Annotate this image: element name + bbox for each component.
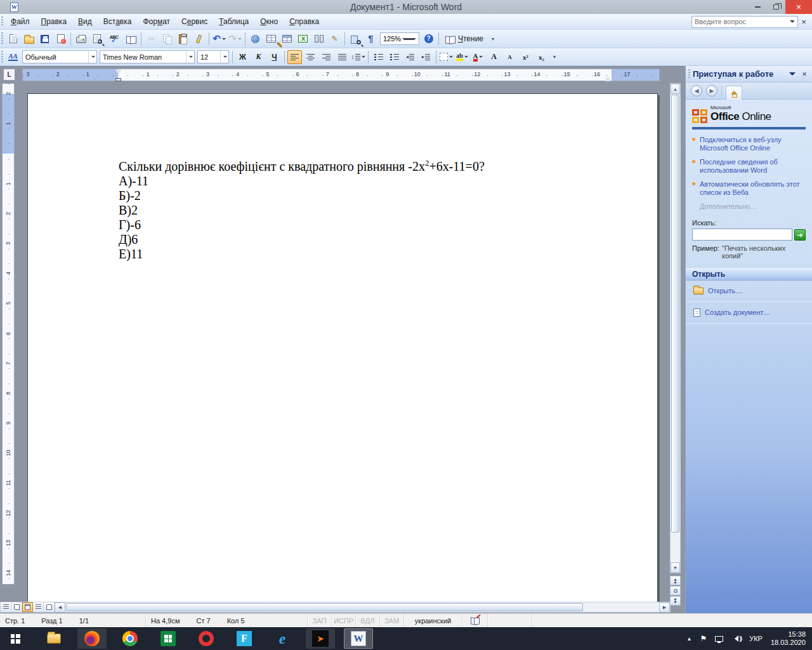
toolbar-grip[interactable] — [1, 51, 3, 63]
show-paragraph-button[interactable]: ¶ — [363, 32, 378, 46]
previous-page-button[interactable]: ▲▲ — [670, 576, 681, 585]
menu-item[interactable]: Таблица — [213, 15, 254, 29]
superscript-button[interactable]: x² — [518, 50, 533, 64]
network-icon[interactable] — [715, 636, 723, 642]
print-preview-button[interactable] — [89, 32, 104, 46]
task-pane-menu-icon[interactable] — [789, 72, 796, 79]
line-spacing-button[interactable]: ↕ — [351, 50, 365, 64]
status-mode[interactable]: ЗАП — [308, 614, 332, 627]
chevron-down-icon[interactable] — [362, 56, 365, 60]
status-language[interactable]: украинский — [404, 614, 462, 627]
action-center-flag-icon[interactable]: ⚑ — [700, 634, 707, 643]
forward-button[interactable]: ▶ — [706, 85, 717, 96]
research-button[interactable] — [124, 32, 138, 46]
scroll-down-button[interactable]: ▼ — [671, 562, 680, 573]
web-layout-button[interactable] — [11, 602, 22, 612]
redo-dropdown-icon[interactable] — [238, 38, 242, 42]
spelling-button[interactable]: ABC✓ — [105, 32, 122, 46]
copy-button[interactable] — [160, 32, 174, 46]
columns-button[interactable] — [311, 32, 326, 46]
drawing-button[interactable]: ✎ — [327, 32, 342, 46]
back-button[interactable]: ◀ — [691, 85, 702, 96]
more-link[interactable]: Дополнительно… — [700, 202, 806, 210]
task-pane-grip[interactable] — [688, 69, 690, 79]
toolbar-options-chevron[interactable]: ▾ — [551, 50, 558, 65]
subscript-button[interactable]: x₂ — [534, 50, 549, 64]
task-pane-close-icon[interactable]: × — [799, 70, 809, 79]
language-indicator[interactable]: УКР — [749, 635, 763, 642]
paste-button[interactable] — [176, 32, 190, 46]
underline-button[interactable]: Ч — [267, 50, 282, 64]
create-document-link[interactable]: Создать документ… — [705, 308, 771, 317]
menu-item[interactable]: Сервис — [176, 15, 213, 29]
numbered-list-button[interactable] — [371, 50, 386, 64]
open-section-header[interactable]: Открыть — [686, 267, 812, 281]
insert-excel-button[interactable] — [296, 32, 310, 46]
zoom-combo[interactable]: 125% — [380, 32, 419, 45]
left-indent-marker[interactable] — [115, 78, 121, 81]
menu-item[interactable]: Формат — [137, 15, 176, 29]
cut-button[interactable]: ✂ — [144, 32, 159, 46]
menu-item[interactable]: Справка — [284, 15, 325, 29]
taskbar-internet-explorer[interactable]: e — [268, 628, 297, 649]
status-mode[interactable]: ИСПР — [332, 614, 356, 627]
font-color-button[interactable]: А — [471, 50, 485, 64]
scroll-up-button[interactable]: ▲ — [671, 84, 680, 94]
chevron-down-icon[interactable] — [464, 56, 468, 60]
search-input[interactable] — [692, 229, 792, 241]
align-right-button[interactable] — [319, 50, 334, 64]
menu-item[interactable]: Окно — [254, 15, 284, 29]
menubar-grip[interactable] — [1, 17, 3, 27]
styles-pane-button[interactable]: АА — [6, 50, 20, 64]
right-indent-marker[interactable] — [605, 74, 611, 81]
status-mode[interactable]: ЗАМ — [380, 614, 404, 627]
scroll-left-button[interactable]: ◀ — [55, 602, 65, 613]
read-mode-button[interactable]: Чтение — [442, 32, 487, 46]
font-size-combo[interactable]: 12 — [197, 50, 229, 63]
word-app-icon[interactable] — [10, 3, 18, 12]
open-row[interactable]: Открыть… — [686, 281, 812, 302]
help-button[interactable]: ? — [421, 32, 436, 46]
chevron-down-icon[interactable] — [88, 51, 96, 63]
decrease-indent-button[interactable]: ◂ — [403, 50, 417, 64]
outline-view-button[interactable] — [33, 602, 44, 612]
highlight-button[interactable]: ab — [455, 50, 469, 64]
ask-question-input[interactable] — [692, 18, 790, 25]
undo-button[interactable]: ↶ — [212, 32, 226, 46]
volume-icon[interactable]: ))) — [731, 635, 741, 642]
select-browse-object-button[interactable] — [670, 586, 681, 595]
task-pane-link[interactable]: Подключиться к веб-узлу Microsoft Office… — [700, 136, 806, 152]
reading-view-button[interactable] — [44, 602, 55, 612]
chevron-down-icon[interactable] — [186, 51, 194, 63]
align-center-button[interactable] — [303, 50, 318, 64]
increase-indent-button[interactable]: ▸ — [419, 50, 433, 64]
vertical-scroll-thumb[interactable] — [671, 95, 679, 533]
task-pane-link[interactable]: Последние сведения об использовании Word — [700, 158, 806, 175]
new-document-button[interactable] — [6, 32, 20, 46]
print-button[interactable] — [74, 32, 88, 46]
taskbar-word-active[interactable]: W — [344, 628, 373, 649]
status-mode[interactable]: ВДЛ — [356, 614, 380, 627]
hyperlink-button[interactable] — [248, 32, 263, 46]
redo-button[interactable]: ↷ — [228, 32, 242, 46]
scroll-right-button[interactable]: ▶ — [659, 602, 670, 613]
menubar-close-icon[interactable]: × — [798, 17, 809, 27]
chevron-down-icon[interactable] — [479, 56, 483, 60]
grow-font-button[interactable]: А — [487, 50, 501, 64]
taskbar-opera[interactable] — [192, 628, 221, 649]
document-text[interactable]: Скільки дорівнює коефіцієнт с квадратног… — [28, 94, 657, 262]
task-pane-link[interactable]: Автоматически обновлять этот список из В… — [700, 180, 806, 197]
restore-button[interactable] — [767, 0, 785, 14]
horizontal-scroll-thumb[interactable] — [66, 603, 583, 611]
style-combo[interactable]: Обычный — [22, 50, 97, 63]
font-combo[interactable]: Times New Roman — [100, 50, 195, 63]
menu-item[interactable]: Вид — [72, 15, 98, 29]
minimize-button[interactable] — [749, 0, 767, 14]
create-document-row[interactable]: Создать документ… — [686, 302, 812, 324]
hidden-icons-arrow[interactable]: ▲ — [687, 636, 692, 642]
home-button[interactable] — [726, 86, 742, 100]
taskbar-store[interactable] — [154, 628, 183, 649]
clock[interactable]: 15:38 18.03.2020 — [771, 630, 806, 647]
search-go-button[interactable]: ➔ — [794, 229, 806, 241]
print-layout-button[interactable] — [22, 602, 33, 612]
